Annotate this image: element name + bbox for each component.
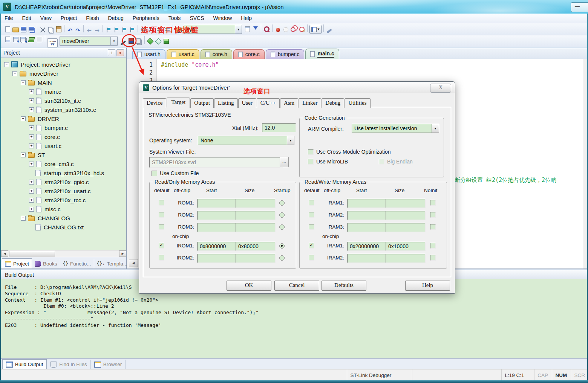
nav-back-icon[interactable] xyxy=(86,27,93,34)
startup-radio[interactable] xyxy=(279,243,285,249)
dialog-tab-asm[interactable]: Asm xyxy=(280,98,298,108)
cut-icon[interactable] xyxy=(39,27,46,34)
use-custom-file-checkbox[interactable] xyxy=(152,171,157,176)
panel-tab-templa[interactable]: {}₊Templa... xyxy=(94,259,128,269)
start-input[interactable] xyxy=(197,211,237,220)
doc-tab-usart-c[interactable]: usart.c xyxy=(167,49,199,59)
options-for-target-icon[interactable] xyxy=(119,40,127,46)
close-icon[interactable]: x xyxy=(116,49,124,56)
chevron-down-icon[interactable]: ▼ xyxy=(287,136,294,145)
output-tab-browser[interactable]: Browser xyxy=(91,360,126,369)
use-microlib-checkbox[interactable] xyxy=(308,159,314,165)
arm-compiler-select[interactable]: Use latest installed version ▼ xyxy=(352,124,439,133)
chevron-down-icon[interactable]: ▼ xyxy=(110,37,117,45)
default-checkbox[interactable] xyxy=(309,200,314,206)
start-input[interactable] xyxy=(197,199,237,208)
lookup-icon[interactable] xyxy=(263,26,270,32)
size-input[interactable] xyxy=(386,211,426,220)
breakpoint-icon[interactable] xyxy=(274,26,282,33)
start-input[interactable] xyxy=(347,254,387,263)
bookmark-prev-icon[interactable] xyxy=(113,27,120,34)
size-input[interactable]: 0x10000 xyxy=(386,242,426,251)
save-all-icon[interactable] xyxy=(28,26,35,33)
scroll-right-icon[interactable]: ▶ xyxy=(119,250,126,257)
startup-radio[interactable] xyxy=(279,200,285,206)
default-checkbox[interactable] xyxy=(159,224,164,230)
dialog-tab-user[interactable]: User xyxy=(238,98,256,108)
find-next-icon[interactable] xyxy=(244,26,251,32)
tree-item[interactable]: +stm32f10x_rcc.c xyxy=(1,195,126,204)
expand-icon[interactable]: + xyxy=(29,89,34,94)
noinit-checkbox[interactable] xyxy=(430,200,436,206)
startup-radio[interactable] xyxy=(279,224,285,230)
svf-browse-button[interactable]: ... xyxy=(280,157,289,167)
default-checkbox[interactable] xyxy=(159,243,164,249)
collapse-icon[interactable]: − xyxy=(21,153,26,157)
start-input[interactable] xyxy=(197,254,237,263)
menu-file[interactable]: File xyxy=(0,14,18,23)
size-input[interactable] xyxy=(386,199,426,208)
cancel-button[interactable]: Cancel xyxy=(274,281,319,291)
expand-icon[interactable]: + xyxy=(29,189,34,194)
collapse-icon[interactable]: − xyxy=(21,80,26,85)
paste-icon[interactable] xyxy=(55,26,62,33)
collapse-icon[interactable]: − xyxy=(21,116,26,121)
build-icon[interactable] xyxy=(12,36,19,43)
defaults-button[interactable]: Defaults xyxy=(322,281,366,291)
dialog-caption[interactable]: V Options for Target 'moveDriver' xyxy=(139,82,455,93)
dialog-tab-output[interactable]: Output xyxy=(190,98,214,108)
doc-tab-main-c[interactable]: main.c xyxy=(305,49,339,59)
menu-edit[interactable]: Edit xyxy=(18,14,36,23)
size-input[interactable] xyxy=(236,254,276,263)
breakpoint-enable-all-icon[interactable] xyxy=(290,26,297,33)
start-input[interactable] xyxy=(347,223,387,232)
start-input[interactable] xyxy=(347,211,387,220)
tree-item[interactable]: +core.c xyxy=(1,132,126,141)
expand-icon[interactable]: + xyxy=(29,180,34,185)
translate-icon[interactable] xyxy=(4,36,11,43)
panel-tab-books[interactable]: Books xyxy=(32,259,60,269)
comment-icon[interactable] xyxy=(156,27,163,34)
dialog-tab-linker[interactable]: Linker xyxy=(299,98,321,108)
default-checkbox[interactable] xyxy=(309,255,314,261)
svf-input[interactable]: STM32F103xx.svd xyxy=(149,157,283,168)
expand-icon[interactable]: + xyxy=(29,198,34,203)
redo-icon[interactable] xyxy=(74,27,81,34)
default-checkbox[interactable] xyxy=(159,255,164,261)
output-tab-build-output[interactable]: Build Output xyxy=(2,359,47,369)
startup-radio[interactable] xyxy=(279,212,285,218)
dialog-tab-utilities[interactable]: Utilities xyxy=(345,98,370,108)
menu-help[interactable]: Help xyxy=(236,14,256,23)
expand-icon[interactable]: + xyxy=(29,107,34,112)
output-tab-find-in-files[interactable]: Find In Files xyxy=(47,360,91,369)
configure-icon[interactable] xyxy=(326,27,333,34)
help-button[interactable]: Help xyxy=(405,281,450,291)
search-combobox[interactable]: sys ▼ xyxy=(184,25,242,34)
target-select-combobox[interactable]: moveDriver ▼ xyxy=(60,37,118,46)
bookmark-icon[interactable] xyxy=(105,27,112,34)
menu-view[interactable]: View xyxy=(36,14,56,23)
doc-tab-usart-h[interactable]: usart.h xyxy=(132,49,165,59)
tree-item[interactable]: −CHANGLOG xyxy=(1,214,126,223)
menu-project[interactable]: Project xyxy=(56,14,82,23)
project-panel-hscrollbar[interactable]: ◀ ▶ xyxy=(1,250,126,257)
os-select[interactable]: None ▼ xyxy=(198,136,294,145)
goto-icon[interactable] xyxy=(252,24,259,31)
pack-installer-icon[interactable] xyxy=(162,38,170,44)
dialog-tab-cc[interactable]: C/C++ xyxy=(257,98,280,108)
pin-icon[interactable]: ⊥ xyxy=(108,49,115,56)
collapse-icon[interactable]: − xyxy=(12,71,17,76)
tree-item[interactable]: −ST xyxy=(1,150,126,159)
tree-item[interactable]: −moveDriver xyxy=(1,69,126,78)
panel-tab-functio[interactable]: {}Functio... xyxy=(60,259,94,269)
default-checkbox[interactable] xyxy=(159,200,164,206)
collapse-icon[interactable]: − xyxy=(21,216,26,221)
expand-icon[interactable]: + xyxy=(29,162,34,166)
save-icon[interactable] xyxy=(20,26,27,33)
bookmark-clear-icon[interactable] xyxy=(129,27,136,34)
batch-build-icon[interactable] xyxy=(28,36,35,43)
size-input[interactable] xyxy=(386,254,426,263)
scroll-left-icon[interactable]: ◀ xyxy=(1,250,8,257)
tree-item[interactable]: +stm32f10x_it.c xyxy=(1,96,126,105)
file-extensions-icon[interactable] xyxy=(135,38,142,45)
